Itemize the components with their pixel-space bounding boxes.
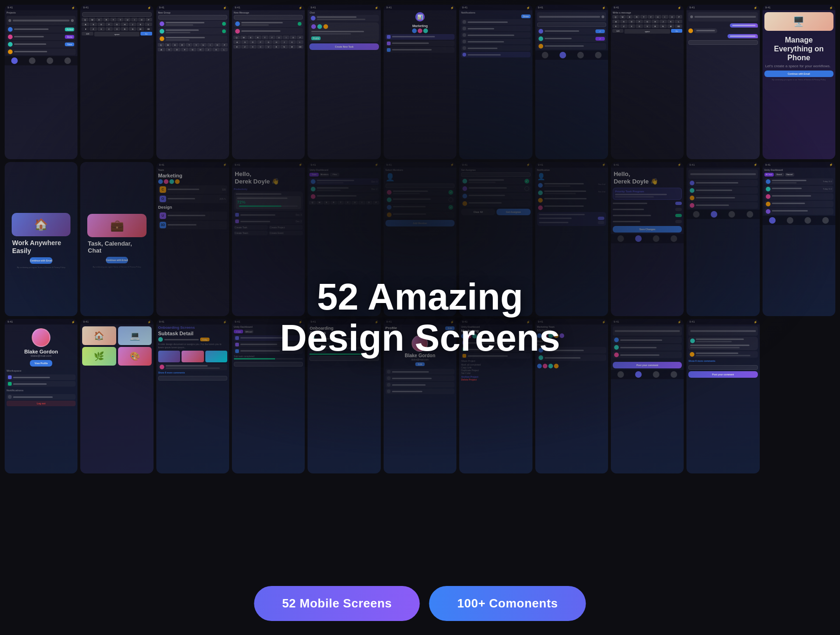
task-calendar-title: Task, Calendar, Chat bbox=[84, 237, 149, 255]
blake-gordon-name: Blake Gordon bbox=[24, 349, 58, 354]
phone-screen-team-marketing: 9:41⚡ Team Marketing C 320 O 205 ✎ Desig… bbox=[156, 162, 229, 317]
phone-screen-select-members: 9:41⚡ Select Members 👤 ✓ bbox=[384, 162, 456, 317]
subtask-detail-title: Subtask Detail bbox=[156, 331, 229, 337]
phone-screen-filler1: 9:41⚡ bbox=[686, 162, 759, 317]
phone-screen-keyboard1: 9:41⚡ QWERT YUIOP ASDFG HJKL ⬆ ZXCV BNM … bbox=[80, 5, 153, 159]
phone-screen-set-assignee: 9:41⚡ Set Assignee ✓ bbox=[459, 162, 532, 317]
phone-screen-marketing-task: 9:41⚡ 📊 Marketing bbox=[384, 5, 456, 159]
phone-screen-dark-dashboard: 9:41⚡ ✓ ✓ bbox=[535, 5, 608, 159]
phone-screen-work-anywhere: 🏠 Work Anywhere Easily Continue with Ema… bbox=[5, 162, 77, 317]
bottom-buttons: 52 Mobile Screens 100+ Comonents bbox=[254, 586, 586, 621]
blake-gordon-email: blake@mail.com bbox=[31, 354, 51, 357]
phone-screen-post-comment: 9:41⚡ Show 8 more comments Post bbox=[686, 319, 759, 473]
phone-screen-subtask-detail: 9:41⚡ Onboarding Screens Subtask Detail … bbox=[156, 319, 229, 473]
phone-screen-new-message: 9:41⚡ New Message QWERT YUIOP bbox=[232, 5, 305, 159]
phone-screen-task-calendar: 💼 Task, Calendar, Chat Continue with Ema… bbox=[80, 162, 153, 317]
phone-screen-blake-gordon: 9:41⚡ Blake Gordon blake@mail.com View P… bbox=[5, 319, 77, 473]
phone-screen-dashboard-derek1: 9:41⚡ Hello,Derek Doyle 👋 Productivity 7… bbox=[232, 162, 305, 317]
phone-screen-profile-edit: 9:41⚡ Profile Edit Blake Gordon blake@ma… bbox=[384, 319, 456, 473]
phone-screen-filler2: 9:41⚡ Post your comment bbox=[611, 319, 684, 473]
phone-screen-list-board: 9:41⚡ Unity Dashboard ≡ List ⊞ Board bbox=[232, 319, 305, 473]
mobile-screens-button[interactable]: 52 Mobile Screens bbox=[254, 586, 420, 621]
phone-screen-all-tasks: 9:41⚡ Unity Dashboard All Task Board Sta… bbox=[763, 162, 835, 317]
phone-screen-member-avatars: 9:41⚡ Marketing Team Marketing Blake Gor… bbox=[535, 319, 608, 473]
phone-screen-keyboard2: 9:41⚡ Write a message QWERT YUIOP ASDFGH… bbox=[611, 5, 684, 159]
onboarding-screens-title: OnboardingScreens bbox=[308, 325, 380, 336]
phone-screen-unity-marketing: 9:41⚡ Unity Dashboard Marketing bbox=[459, 319, 532, 473]
work-anywhere-title: Work Anywhere Easily bbox=[8, 236, 74, 256]
phone-screen-notification-panel: 9:41⚡ Notification 👤 Nov 2nd Nov 2nd bbox=[535, 162, 608, 317]
phone-screen-chat-messages: 9:41⚡ bbox=[686, 5, 759, 159]
phone-screen-manage-phone: 9:41⚡ 🖥️ Manage Everything on Phone Let'… bbox=[763, 5, 835, 159]
phone-screen-new-group: 9:41⚡ New Group bbox=[156, 5, 229, 159]
main-container: 9:41⚡ Projects Active Done New bbox=[0, 0, 840, 635]
phone-screen-onboarding-list: 9:41⚡ OnboardingScreens Nov 10 Unity Das… bbox=[308, 319, 380, 473]
phone-screen-chat: 9:41⚡ Chat Public bbox=[308, 5, 380, 159]
phone-screen-projects: 9:41⚡ Projects Active Done New bbox=[5, 5, 77, 159]
components-button[interactable]: 100+ Comonents bbox=[429, 586, 586, 621]
phone-screen-unity-dashboard: 9:41⚡ Unity Dashboard Team Members Files… bbox=[308, 162, 380, 317]
phone-screen-dashboard-derek2: 9:41⚡ Hello,Derek Doyle 👋 Priority Task … bbox=[611, 162, 684, 317]
phone-screen-notifications-list: 9:41⚡ Notifications Show bbox=[459, 5, 532, 159]
screens-grid: 9:41⚡ Projects Active Done New bbox=[0, 0, 840, 635]
phone-screen-illustrations: 9:41⚡ 🏠 💻 🌿 🎨 bbox=[80, 319, 153, 473]
